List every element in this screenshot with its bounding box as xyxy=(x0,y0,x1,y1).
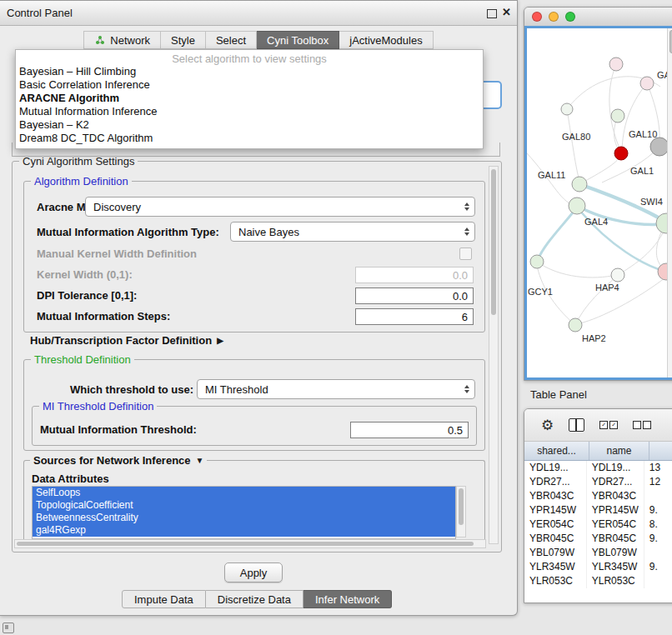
network-node-gal4[interactable] xyxy=(569,198,585,214)
apply-button[interactable]: Apply xyxy=(224,562,283,582)
table-row[interactable]: YBR045C YBR045C 9. xyxy=(524,532,672,546)
deselect-all-checks-icon[interactable] xyxy=(633,421,651,429)
node-label: HAP2 xyxy=(582,333,606,343)
column-header-cut[interactable] xyxy=(649,442,672,460)
dpi-tolerance-label: DPI Tolerance [0,1]: xyxy=(37,289,137,302)
tab-jactivemodules[interactable]: jActiveModules xyxy=(339,31,433,49)
algorithm-option[interactable]: Dream8 DC_TDC Algorithm xyxy=(16,132,483,145)
network-node-gal1[interactable] xyxy=(650,138,669,156)
network-graph: GAL GAL80 GAL10 GAL11 GAL1 SWI4 GAL4 GCY… xyxy=(527,28,672,378)
which-threshold-value: MI Threshold xyxy=(205,383,268,396)
mi-algorithm-type-label: Mutual Information Algorithm Type: xyxy=(37,226,219,238)
scrollbar-thumb[interactable] xyxy=(459,488,464,525)
table-row[interactable]: YPR145W YPR145W 9. xyxy=(524,503,672,518)
network-node[interactable] xyxy=(611,109,624,122)
mi-threshold-group-title: MI Threshold Definition xyxy=(39,400,157,412)
network-node-hap2[interactable] xyxy=(569,318,582,332)
algorithm-option-selected[interactable]: ARACNE Algorithm xyxy=(16,92,483,105)
attribute-item-selected[interactable]: BetweennessCentrality xyxy=(33,512,455,524)
node-label: GCY1 xyxy=(528,287,553,297)
network-node-gal11[interactable] xyxy=(572,177,587,192)
node-label: GAL80 xyxy=(562,132,590,142)
mi-steps-input[interactable]: 6 xyxy=(355,308,474,325)
table-row[interactable]: YBL079W YBL079W xyxy=(524,546,672,560)
node-label: GAL1 xyxy=(630,166,654,176)
algorithm-option[interactable]: Basic Correlation Inference xyxy=(16,78,483,92)
table-row[interactable]: YDR27... YDR27... 12 xyxy=(524,475,672,489)
network-node-labels: GAL GAL80 GAL10 GAL11 GAL1 SWI4 GAL4 GCY… xyxy=(528,70,672,343)
scrollbar-thumb[interactable] xyxy=(17,542,474,546)
close-button[interactable] xyxy=(532,12,542,22)
combo-stepper-icon xyxy=(464,228,474,236)
settings-horizontal-scrollbar[interactable] xyxy=(14,539,486,548)
hub-factor-section[interactable]: Hub/Transcription Factor Definition ▶ xyxy=(30,334,223,347)
mi-steps-label: Mutual Information Steps: xyxy=(37,310,170,322)
network-node-hap4[interactable] xyxy=(611,268,624,282)
dpi-tolerance-input[interactable]: 0.0 xyxy=(355,288,474,304)
table-panel-window: ⚙ ✓ ✓ shared... name YDL19... YDL19... 1… xyxy=(524,408,672,603)
tab-cyni-toolbox[interactable]: Cyni Toolbox xyxy=(257,31,339,49)
table-row[interactable]: YLR053C YLR053C xyxy=(524,574,672,588)
float-window-icon[interactable] xyxy=(487,9,497,21)
manual-kernel-width-checkbox[interactable] xyxy=(459,248,472,260)
attribute-item-selected[interactable]: TopologicalCoefficient xyxy=(33,499,455,512)
tab-discretize-data[interactable]: Discretize Data xyxy=(206,590,303,608)
network-node[interactable] xyxy=(561,103,573,115)
attribute-item-selected[interactable]: gal4RGexp xyxy=(33,524,455,537)
sources-section[interactable]: Sources for Network Inference ▼ xyxy=(30,454,207,467)
select-all-checks-icon[interactable]: ✓ ✓ xyxy=(599,421,618,429)
tab-style[interactable]: Style xyxy=(161,31,206,49)
manual-kernel-width-label: Manual Kernel Width Definition xyxy=(37,248,197,260)
which-threshold-combo[interactable]: MI Threshold xyxy=(197,379,475,399)
kernel-width-input[interactable]: 0.0 xyxy=(355,267,474,283)
table-row[interactable]: YLR345W YLR345W 9. xyxy=(524,560,672,574)
mi-algorithm-type-value: Naive Bayes xyxy=(238,226,299,238)
table-row[interactable]: YBR043C YBR043C xyxy=(524,489,672,503)
data-attributes-list: SelfLoops TopologicalCoefficient Between… xyxy=(32,486,456,539)
network-node-gcy1[interactable] xyxy=(530,255,544,268)
network-node[interactable] xyxy=(640,77,654,90)
tab-network[interactable]: Network xyxy=(83,31,161,49)
columns-icon[interactable] xyxy=(569,418,584,432)
hub-factor-label: Hub/Transcription Factor Definition xyxy=(30,334,212,347)
expand-arrow-icon[interactable]: ▶ xyxy=(217,336,223,345)
tab-impute-data[interactable]: Impute Data xyxy=(122,590,206,608)
which-threshold-label: Which threshold to use: xyxy=(70,383,193,396)
scrollbar-thumb[interactable] xyxy=(491,169,496,315)
aracne-mode-combo[interactable]: Discovery xyxy=(85,197,475,217)
algorithm-definition-title: Algorithm Definition xyxy=(31,175,132,188)
aracne-mode-value: Discovery xyxy=(93,201,141,213)
algorithm-option[interactable]: Bayesian – Hill Climbing xyxy=(16,65,483,78)
gear-icon[interactable]: ⚙ xyxy=(541,418,554,432)
network-canvas[interactable]: GAL GAL80 GAL10 GAL11 GAL1 SWI4 GAL4 GCY… xyxy=(524,26,672,380)
zoom-button[interactable] xyxy=(565,12,575,22)
control-panel-window: Control Panel ✕ Network Style Select Cyn… xyxy=(0,0,518,616)
algorithm-option[interactable]: Mutual Information Inference xyxy=(16,105,483,118)
tab-select[interactable]: Select xyxy=(206,31,257,49)
table-row[interactable]: YDL19... YDL19... 13 xyxy=(524,461,672,475)
algorithm-option[interactable]: Bayesian – K2 xyxy=(16,118,483,132)
collapse-arrow-icon[interactable]: ▼ xyxy=(196,456,204,465)
node-label: GAL11 xyxy=(538,170,565,180)
algorithm-select-popup: Select algorithm to view settings Bayesi… xyxy=(15,49,484,149)
network-window-titlebar[interactable] xyxy=(524,8,672,27)
tab-network-label: Network xyxy=(110,34,150,47)
table-row[interactable]: YER054C YER054C 8. xyxy=(524,518,672,532)
attributes-list-scrollbar[interactable] xyxy=(456,486,466,538)
network-vertical-scrollbar[interactable] xyxy=(667,28,672,378)
threshold-definition-title: Threshold Definition xyxy=(31,353,134,366)
panel-corner-icon[interactable] xyxy=(3,622,14,633)
mi-threshold-input[interactable]: 0.5 xyxy=(350,422,469,438)
close-window-icon[interactable]: ✕ xyxy=(502,7,511,18)
network-node[interactable] xyxy=(609,58,623,71)
minimize-button[interactable] xyxy=(549,12,559,22)
attribute-item-selected[interactable]: SelfLoops xyxy=(33,487,455,499)
column-header-name[interactable]: name xyxy=(589,442,649,460)
tab-infer-network[interactable]: Infer Network xyxy=(303,590,392,608)
mi-algorithm-type-combo[interactable]: Naive Bayes xyxy=(230,222,475,242)
node-label: SWI4 xyxy=(640,197,663,207)
network-node-gal10-selected[interactable] xyxy=(614,147,628,160)
settings-vertical-scrollbar[interactable] xyxy=(489,166,499,544)
control-panel-titlebar[interactable]: Control Panel ✕ xyxy=(0,1,517,26)
column-header-shared-name[interactable]: shared... xyxy=(524,442,589,460)
